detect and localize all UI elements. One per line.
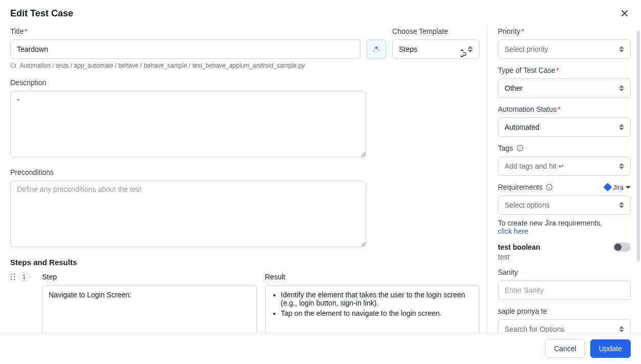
folder-icon <box>10 63 16 69</box>
chevrons-icon <box>619 85 624 91</box>
step-text[interactable]: Navigate to Login Screen: <box>42 285 257 333</box>
chevrons-icon <box>619 326 624 332</box>
svg-point-1 <box>14 274 15 275</box>
required-marker: * <box>25 27 27 35</box>
automation-field-group: Automation Status* Automated <box>498 105 631 137</box>
main-form-pane[interactable]: Title* Automation / tests / app_automate… <box>0 25 487 333</box>
template-select[interactable]: Steps <box>392 39 479 59</box>
result-item: Tap on the element to navigate to the lo… <box>281 309 473 317</box>
close-button[interactable] <box>618 7 631 19</box>
step-handle[interactable]: 1 <box>10 273 34 281</box>
automation-select[interactable]: Automated <box>498 117 631 137</box>
result-column-label: Result <box>265 273 480 281</box>
saple-label: saple pronya te <box>498 307 631 315</box>
svg-point-3 <box>14 276 15 278</box>
breadcrumb: Automation / tests / app_automate / beha… <box>10 62 386 69</box>
edit-test-case-dialog: Edit Test Case Title* Automatio <box>0 0 641 364</box>
chevrons-icon <box>619 46 624 52</box>
title-template-row: Title* Automation / tests / app_automate… <box>10 27 479 78</box>
dialog-title: Edit Test Case <box>10 8 73 19</box>
click-here-link[interactable]: click here <box>498 227 528 235</box>
result-text[interactable]: Identify the element that takes the user… <box>265 285 480 333</box>
update-button[interactable]: Update <box>590 339 631 358</box>
chevron-down-icon <box>626 186 631 189</box>
sanity-field-group: Sanity <box>498 268 631 300</box>
breadcrumb-path: Automation / tests / app_automate / beha… <box>19 62 305 69</box>
preconditions-textarea[interactable] <box>10 180 366 247</box>
tags-placeholder: Add tags and hit ↵ <box>505 162 565 170</box>
template-field-group: Choose Template Steps <box>392 27 479 69</box>
requirements-select[interactable]: Select options <box>498 195 631 215</box>
boolean-toggle[interactable] <box>613 242 631 252</box>
jira-dropdown[interactable]: Jira <box>605 184 631 191</box>
svg-point-0 <box>11 274 12 275</box>
chevrons-icon <box>468 46 473 52</box>
automation-value: Automated <box>505 123 539 131</box>
step-row: 1 Step Navigate to Login Screen: Result … <box>10 273 479 333</box>
requirements-placeholder: Select options <box>505 201 550 209</box>
requirements-label: Requirements <box>498 183 543 191</box>
sidebar-pane[interactable]: Priority* Select priority Type of Test C… <box>487 25 641 333</box>
step-columns: Step Navigate to Login Screen: Result Id… <box>42 273 479 333</box>
template-value: Steps <box>399 45 417 53</box>
type-field-group: Type of Test Case* Other <box>498 66 631 98</box>
type-value: Other <box>505 84 523 92</box>
saple-placeholder: Search for Options <box>505 325 565 333</box>
template-label: Choose Template <box>392 27 479 35</box>
ai-generate-button[interactable] <box>367 39 386 59</box>
tags-field-group: Tags Add tags and hit ↵ <box>498 144 631 176</box>
chevrons-icon <box>619 163 624 169</box>
title-input[interactable] <box>10 39 360 59</box>
description-label: Description <box>10 78 479 87</box>
boolean-label: test boolean <box>498 243 540 251</box>
requirements-hint: To create new Jira requirements, click h… <box>498 219 631 235</box>
description-field-group: Description - <box>10 78 479 159</box>
preconditions-field-group: Preconditions <box>10 168 479 249</box>
drag-icon <box>10 273 15 280</box>
sanity-input[interactable] <box>498 280 631 300</box>
sparkle-icon <box>372 45 380 53</box>
step-index-badge: 1 <box>18 273 30 281</box>
svg-point-4 <box>11 279 12 280</box>
result-item: Identify the element that takes the user… <box>281 291 473 307</box>
saple-field-group: saple pronya te Search for Options <box>498 307 631 333</box>
title-field-group: Title* Automation / tests / app_automate… <box>10 27 386 69</box>
title-label: Title* <box>10 27 386 35</box>
required-marker: * <box>557 105 560 113</box>
description-textarea[interactable]: - <box>10 91 366 157</box>
jira-icon <box>604 183 612 192</box>
close-icon <box>620 9 629 17</box>
type-label: Type of Test Case* <box>498 66 631 74</box>
automation-label: Automation Status* <box>498 105 631 113</box>
step-column-label: Step <box>42 273 257 281</box>
chevrons-icon <box>619 124 624 130</box>
dialog-content: Title* Automation / tests / app_automate… <box>0 25 641 333</box>
tags-label: Tags <box>498 144 513 152</box>
steps-section-title: Steps and Results <box>10 258 479 267</box>
requirements-field-group: Requirements Jira Select options <box>498 183 631 235</box>
info-icon <box>516 145 524 152</box>
required-marker: * <box>556 66 559 74</box>
title-input-row <box>10 39 386 59</box>
priority-select[interactable]: Select priority <box>498 39 631 59</box>
priority-value: Select priority <box>505 45 548 53</box>
priority-field-group: Priority* Select priority <box>498 27 631 59</box>
right-scrollbar[interactable] <box>637 31 640 261</box>
svg-point-2 <box>11 276 12 278</box>
boolean-sub-label: test <box>498 253 631 261</box>
boolean-field-group: test boolean test <box>498 242 631 261</box>
sanity-label: Sanity <box>498 268 631 276</box>
saple-select[interactable]: Search for Options <box>498 319 631 333</box>
svg-point-5 <box>14 279 15 280</box>
chevrons-icon <box>619 202 624 208</box>
priority-label: Priority* <box>498 27 631 35</box>
type-select[interactable]: Other <box>498 78 631 98</box>
dialog-header: Edit Test Case <box>0 0 641 25</box>
step-column: Step Navigate to Login Screen: <box>42 273 257 333</box>
result-column: Result Identify the element that takes t… <box>265 273 480 333</box>
dialog-footer: Cancel Update <box>0 333 641 364</box>
cancel-button[interactable]: Cancel <box>545 339 585 358</box>
required-marker: * <box>522 27 524 35</box>
tags-input[interactable]: Add tags and hit ↵ <box>498 156 631 176</box>
preconditions-label: Preconditions <box>10 168 479 176</box>
